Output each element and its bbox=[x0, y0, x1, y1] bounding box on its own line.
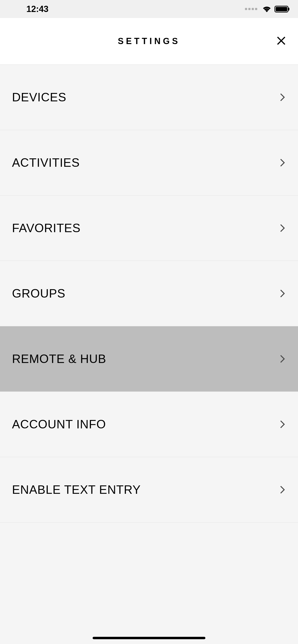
settings-item-account-info[interactable]: ACCOUNT INFO bbox=[0, 392, 298, 457]
settings-item-remote-hub[interactable]: REMOTE & HUB bbox=[0, 326, 298, 392]
settings-item-enable-text-entry[interactable]: ENABLE TEXT ENTRY bbox=[0, 457, 298, 522]
close-icon bbox=[276, 35, 287, 47]
chevron-right-icon bbox=[279, 92, 286, 103]
page-title: SETTINGS bbox=[118, 36, 180, 46]
status-indicators bbox=[245, 5, 288, 14]
settings-item-label: FAVORITES bbox=[12, 221, 81, 235]
settings-item-activities[interactable]: ACTIVITIES bbox=[0, 130, 298, 196]
settings-item-favorites[interactable]: FAVORITES bbox=[0, 196, 298, 261]
settings-item-label: DEVICES bbox=[12, 90, 66, 104]
wifi-icon bbox=[262, 5, 272, 14]
settings-item-label: REMOTE & HUB bbox=[12, 352, 106, 366]
header: SETTINGS bbox=[0, 18, 298, 65]
chevron-right-icon bbox=[279, 157, 286, 168]
chevron-right-icon bbox=[279, 418, 286, 430]
home-indicator[interactable] bbox=[93, 637, 205, 639]
chevron-right-icon bbox=[279, 222, 286, 234]
settings-item-label: ENABLE TEXT ENTRY bbox=[12, 483, 141, 497]
signal-dots-icon bbox=[245, 8, 257, 10]
chevron-right-icon bbox=[279, 288, 286, 299]
settings-item-groups[interactable]: GROUPS bbox=[0, 261, 298, 326]
status-time: 12:43 bbox=[26, 4, 49, 14]
settings-item-label: GROUPS bbox=[12, 286, 66, 300]
settings-item-label: ACTIVITIES bbox=[12, 156, 80, 170]
chevron-right-icon bbox=[279, 484, 286, 496]
battery-icon bbox=[274, 6, 288, 12]
settings-item-label: ACCOUNT INFO bbox=[12, 417, 106, 431]
chevron-right-icon bbox=[279, 353, 286, 365]
settings-list: DEVICES ACTIVITIES FAVORITES GROUPS bbox=[0, 65, 298, 522]
status-bar: 12:43 bbox=[0, 0, 298, 18]
settings-item-devices[interactable]: DEVICES bbox=[0, 65, 298, 130]
close-button[interactable] bbox=[274, 34, 288, 48]
